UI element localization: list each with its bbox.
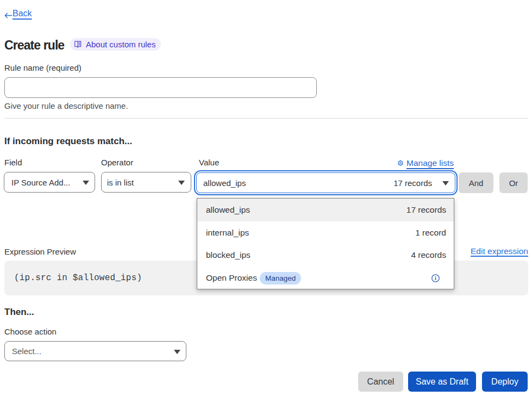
- svg-text:i: i: [435, 275, 436, 281]
